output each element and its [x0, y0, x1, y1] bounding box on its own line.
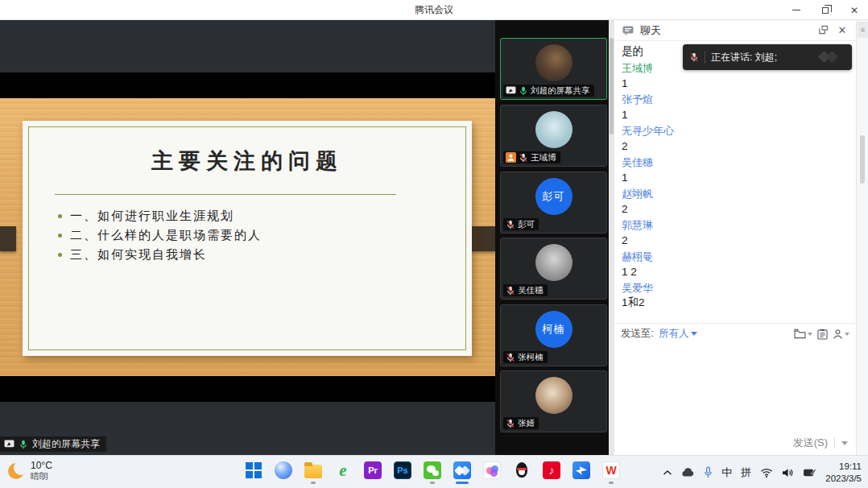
netease-music-icon[interactable]: ♪: [542, 461, 561, 480]
toast-divider: [705, 52, 705, 64]
restore-button[interactable]: [816, 2, 834, 19]
ime-mode-chinese[interactable]: 中: [721, 465, 732, 480]
send-to-value: 所有人: [659, 327, 689, 341]
chat-sender-name: 赫栩曼: [622, 250, 856, 264]
mic-muted-icon: [519, 153, 528, 163]
participant-name: 彭可: [518, 219, 535, 230]
clock-time: 19:11: [825, 461, 862, 473]
photoshop-icon[interactable]: Ps: [393, 461, 412, 480]
slide-bullet-text: 三、如何实现自我增长: [70, 247, 207, 263]
participant-tile[interactable]: 柯楠张柯楠: [500, 304, 607, 366]
speaker-icon[interactable]: [782, 468, 794, 478]
browser-app-icon[interactable]: [274, 461, 293, 480]
mic-muted-icon: [506, 220, 515, 230]
right-gutter: ≡: [856, 20, 868, 455]
chat-sender-name: 无寻少年心: [622, 124, 856, 139]
mic-on-icon: [519, 86, 528, 96]
send-file-button[interactable]: [794, 329, 812, 339]
thunder-icon[interactable]: [572, 461, 591, 480]
wechat-icon[interactable]: [423, 461, 442, 480]
avatar: 柯楠: [535, 311, 572, 348]
tencent-meeting-icon[interactable]: [453, 461, 472, 480]
slide-bullet-text: 二、什么样的人是职场需要的人: [70, 228, 262, 243]
start-button[interactable]: [244, 461, 263, 480]
windows-logo-icon: [246, 462, 262, 478]
chat-message-text: 1和2: [622, 296, 856, 310]
participant-name: 吴佳穗: [518, 285, 544, 296]
bullet-dot-icon: [58, 253, 62, 257]
chevron-down-icon: [845, 333, 849, 336]
internet-explorer-icon[interactable]: e: [333, 461, 353, 480]
bullet-dot-icon: [58, 234, 62, 238]
chat-messages: 是的王域博1张予煊1无寻少年心2吴佳穗1赵翊帆2郭慧琳2赫栩曼1 2吴爱华1和2: [614, 43, 856, 323]
participant-tile[interactable]: 彭可彭可: [500, 172, 607, 234]
chat-close-icon[interactable]: ✕: [835, 23, 849, 38]
wifi-icon[interactable]: [760, 468, 773, 478]
weather-temp: 10°C: [31, 460, 52, 471]
mic-muted-icon: [506, 353, 515, 362]
chat-message-text: 1: [622, 107, 856, 122]
cloud-ime-icon[interactable]: [681, 468, 695, 478]
participant-tile[interactable]: 张婧: [500, 370, 607, 432]
window-title: 腾讯会议: [0, 0, 868, 20]
participant-label: 张婧: [503, 417, 539, 429]
send-options-caret[interactable]: [841, 441, 848, 445]
ime-mode-pinyin[interactable]: 拼: [741, 465, 751, 480]
participant-label: 刘超的屏幕共享: [503, 85, 594, 97]
screen-share-icon: [4, 440, 14, 449]
avatar: [535, 111, 572, 148]
participant-tile[interactable]: 王域博: [500, 105, 607, 167]
avatar: [535, 244, 572, 281]
slide-bullet-list: 一、如何进行职业生涯规划二、什么样的人是职场需要的人三、如何实现自我增长: [58, 206, 262, 264]
send-button[interactable]: 发送(S): [793, 436, 828, 450]
send-to-select[interactable]: 所有人: [659, 327, 698, 341]
slide-background: 主要关注的问题 一、如何进行职业生涯规划二、什么样的人是职场需要的人三、如何实现…: [0, 98, 495, 376]
chat-bubble-icon: [621, 23, 635, 38]
chat-popout-icon[interactable]: [816, 23, 830, 38]
chat-input[interactable]: [614, 344, 856, 432]
chevron-down-icon: [691, 332, 697, 336]
share-label-text: 刘超的屏幕共享: [32, 437, 100, 451]
pen-tablet-icon[interactable]: [803, 467, 816, 478]
chat-sender-name: 吴佳穗: [622, 155, 856, 170]
participant-tile[interactable]: 吴佳穗: [500, 238, 607, 300]
tray-expand-icon[interactable]: [663, 469, 672, 476]
clock-widget[interactable]: 19:11 2023/3/5: [825, 461, 862, 485]
qq-icon[interactable]: [512, 461, 531, 480]
participant-name: 王域博: [531, 152, 556, 163]
slide-ribbon-left: [0, 226, 16, 251]
file-explorer-icon[interactable]: [304, 461, 323, 480]
slide-bullet: 三、如何实现自我增长: [58, 245, 262, 264]
participant-name: 张婧: [518, 418, 535, 429]
wps-icon[interactable]: W: [601, 461, 621, 480]
chat-message-text: 1: [622, 170, 856, 184]
participant-strip-scrollbar[interactable]: [609, 20, 614, 455]
chat-sender-name: 郭慧琳: [622, 218, 856, 233]
microphone-tray-icon[interactable]: [704, 466, 713, 478]
speaking-toast: 正在讲话: 刘超;: [683, 44, 852, 70]
close-button[interactable]: ✕: [845, 2, 863, 19]
minimize-button[interactable]: [787, 2, 805, 19]
slide-title: 主要关注的问题: [23, 147, 472, 176]
chat-panel: 聊天 ✕ 是的王域博1张予煊1无寻少年心2吴佳穗1赵翊帆2郭慧琳2赫栩曼1 2吴…: [614, 20, 856, 455]
weather-desc: 晴朗: [31, 471, 52, 482]
slide-bullet-text: 一、如何进行职业生涯规划: [70, 209, 234, 224]
participant-strip-scroll-thumb[interactable]: [610, 38, 614, 134]
announcement-button[interactable]: [817, 329, 828, 340]
chat-message-text: 2: [622, 139, 856, 153]
panel-handle-icon[interactable]: ≡: [858, 22, 868, 38]
premiere-icon[interactable]: Pr: [363, 461, 382, 480]
participant-name: 刘超的屏幕共享: [531, 85, 590, 97]
slide-bullet: 一、如何进行职业生涯规划: [58, 206, 262, 225]
mention-member-button[interactable]: [833, 329, 849, 340]
participant-strip: 刘超的屏幕共享王域博彭可彭可吴佳穗柯楠张柯楠张婧: [495, 20, 614, 455]
mic-muted-icon: [506, 419, 515, 428]
mic-on-icon: [19, 440, 28, 449]
tencent-docs-icon[interactable]: [482, 461, 502, 480]
weather-widget[interactable]: 10°C 晴朗: [8, 460, 52, 482]
participant-label: 张柯楠: [503, 351, 548, 363]
participant-label: 彭可: [503, 218, 539, 230]
member-badge-icon: [506, 152, 516, 163]
chat-scroll-thumb[interactable]: [860, 135, 865, 184]
participant-tile[interactable]: 刘超的屏幕共享: [500, 38, 607, 100]
